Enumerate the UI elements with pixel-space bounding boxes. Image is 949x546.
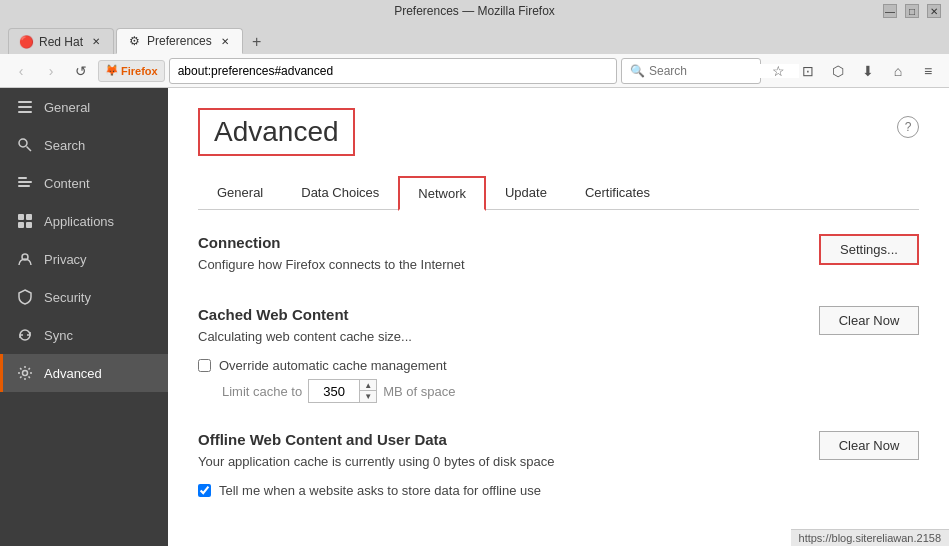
nav-bar: ‹ › ↺ 🦊 Firefox 🔍 ☆ ⊡ ⬡ ⬇ ⌂ ≡ <box>0 54 949 88</box>
sidebar-item-sync-label: Sync <box>44 328 73 343</box>
general-icon <box>16 98 34 116</box>
pref-tabs: General Data Choices Network Update Cert… <box>198 176 919 210</box>
tab-preferences-close[interactable]: ✕ <box>218 34 232 48</box>
tell-me-row: Tell me when a website asks to store dat… <box>198 483 919 498</box>
sidebar-item-privacy-label: Privacy <box>44 252 87 267</box>
sidebar-item-security[interactable]: Security <box>0 278 168 316</box>
browser-tab-bar: 🔴 Red Hat ✕ ⚙ Preferences ✕ + <box>0 22 949 54</box>
tab-redhat-close[interactable]: ✕ <box>89 35 103 49</box>
svg-rect-7 <box>18 185 30 187</box>
title-bar: Preferences — Mozilla Firefox — □ ✕ <box>0 0 949 22</box>
sync-sidebar-icon <box>16 326 34 344</box>
sidebar-item-privacy[interactable]: Privacy <box>0 240 168 278</box>
pocket-button[interactable]: ⬡ <box>825 58 851 84</box>
spin-arrows: ▲ ▼ <box>359 380 376 402</box>
tell-me-checkbox[interactable] <box>198 484 211 497</box>
search-icon: 🔍 <box>630 64 645 78</box>
minimize-btn[interactable]: — <box>883 4 897 18</box>
spin-up[interactable]: ▲ <box>360 380 376 391</box>
status-url: https://blog.sitereliawan.2158 <box>799 532 941 544</box>
spin-down[interactable]: ▼ <box>360 391 376 402</box>
tell-me-label: Tell me when a website asks to store dat… <box>219 483 541 498</box>
firefox-icon: 🦊 <box>105 64 119 77</box>
preferences-tab-icon: ⚙ <box>127 34 141 48</box>
svg-point-13 <box>23 371 28 376</box>
page-title: Advanced <box>198 108 355 156</box>
offline-content-title: Offline Web Content and User Data <box>198 431 819 448</box>
sidebar-item-general[interactable]: General <box>0 88 168 126</box>
close-btn[interactable]: ✕ <box>927 4 941 18</box>
download-button[interactable]: ⬇ <box>855 58 881 84</box>
cached-content-section: Cached Web Content Calculating web conte… <box>198 306 919 403</box>
tab-data-choices[interactable]: Data Choices <box>282 176 398 210</box>
new-tab-button[interactable]: + <box>245 30 269 54</box>
tab-network[interactable]: Network <box>398 176 486 211</box>
offline-clear-now-button[interactable]: Clear Now <box>819 431 919 460</box>
svg-line-4 <box>27 147 32 152</box>
window-controls: — □ ✕ <box>883 4 941 18</box>
sidebar-item-security-label: Security <box>44 290 91 305</box>
svg-rect-1 <box>18 106 32 108</box>
forward-button[interactable]: › <box>38 58 64 84</box>
sidebar-item-search-label: Search <box>44 138 85 153</box>
search-bar[interactable]: 🔍 <box>621 58 761 84</box>
svg-rect-11 <box>26 222 32 228</box>
refresh-button[interactable]: ↺ <box>68 58 94 84</box>
menu-button[interactable]: ≡ <box>915 58 941 84</box>
connection-section: Connection Configure how Firefox connect… <box>198 234 919 278</box>
tab-certificates[interactable]: Certificates <box>566 176 669 210</box>
sidebar-item-advanced[interactable]: Advanced <box>0 354 168 392</box>
svg-rect-2 <box>18 111 32 113</box>
window-title: Preferences — Mozilla Firefox <box>394 4 555 18</box>
applications-icon <box>16 212 34 230</box>
status-bar: https://blog.sitereliawan.2158 <box>791 529 949 546</box>
cached-content-desc: Calculating web content cache size... <box>198 329 819 344</box>
sidebar-item-advanced-label: Advanced <box>44 366 102 381</box>
offline-content-section: Offline Web Content and User Data Your a… <box>198 431 919 498</box>
cached-clear-now-button[interactable]: Clear Now <box>819 306 919 335</box>
tab-preferences-label: Preferences <box>147 34 212 48</box>
override-cache-row: Override automatic cache management <box>198 358 919 373</box>
url-input[interactable] <box>178 64 608 78</box>
tab-redhat-label: Red Hat <box>39 35 83 49</box>
search-sidebar-icon <box>16 136 34 154</box>
help-button[interactable]: ? <box>897 116 919 138</box>
connection-settings-button[interactable]: Settings... <box>819 234 919 265</box>
firefox-badge[interactable]: 🦊 Firefox <box>98 60 165 82</box>
bookmark-button[interactable]: ☆ <box>765 58 791 84</box>
cache-limit-input[interactable]: ▲ ▼ <box>308 379 377 403</box>
sync-button[interactable]: ⊡ <box>795 58 821 84</box>
content-area: Advanced ? General Data Choices Network … <box>168 88 949 546</box>
sidebar-item-sync[interactable]: Sync <box>0 316 168 354</box>
sidebar-item-applications[interactable]: Applications <box>0 202 168 240</box>
security-icon <box>16 288 34 306</box>
override-cache-checkbox[interactable] <box>198 359 211 372</box>
tab-preferences[interactable]: ⚙ Preferences ✕ <box>116 28 243 54</box>
home-button[interactable]: ⌂ <box>885 58 911 84</box>
firefox-label: Firefox <box>121 65 158 77</box>
maximize-btn[interactable]: □ <box>905 4 919 18</box>
tab-redhat[interactable]: 🔴 Red Hat ✕ <box>8 28 114 54</box>
sidebar-item-search[interactable]: Search <box>0 126 168 164</box>
tab-update[interactable]: Update <box>486 176 566 210</box>
sidebar-item-general-label: General <box>44 100 90 115</box>
sidebar-item-content[interactable]: Content <box>0 164 168 202</box>
svg-rect-6 <box>18 181 32 183</box>
content-icon <box>16 174 34 192</box>
cached-content-title: Cached Web Content <box>198 306 819 323</box>
sidebar-item-applications-label: Applications <box>44 214 114 229</box>
tab-general[interactable]: General <box>198 176 282 210</box>
back-button[interactable]: ‹ <box>8 58 34 84</box>
svg-rect-5 <box>18 177 27 179</box>
cache-limit-value[interactable] <box>309 380 359 402</box>
advanced-icon <box>16 364 34 382</box>
override-cache-label: Override automatic cache management <box>219 358 447 373</box>
svg-rect-8 <box>18 214 24 220</box>
limit-unit: MB of space <box>383 384 455 399</box>
svg-rect-10 <box>18 222 24 228</box>
offline-content-desc: Your application cache is currently usin… <box>198 454 819 469</box>
url-bar[interactable] <box>169 58 617 84</box>
connection-desc: Configure how Firefox connects to the In… <box>198 257 465 272</box>
connection-title: Connection <box>198 234 465 251</box>
svg-point-3 <box>19 139 27 147</box>
